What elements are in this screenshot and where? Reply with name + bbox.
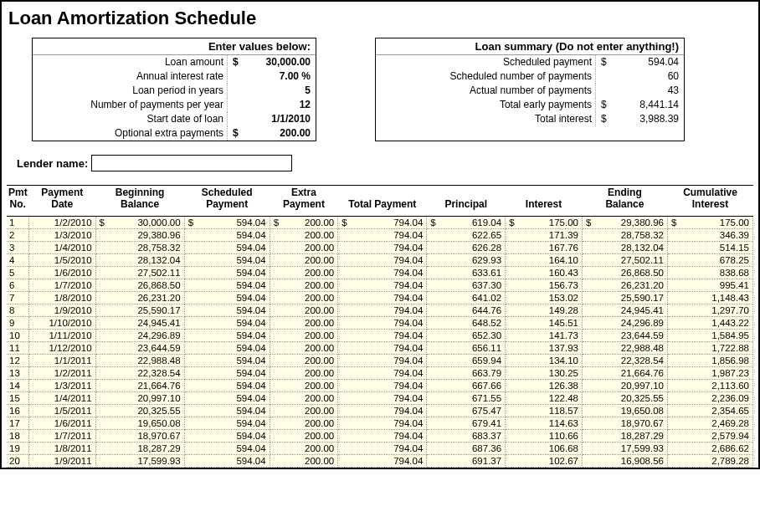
- summary-label: Scheduled payment: [376, 55, 596, 69]
- cell-bbal: 26,868.50: [95, 279, 184, 291]
- cell-sch: 594.04: [184, 329, 270, 341]
- cell-sch: 594.04: [184, 341, 270, 354]
- currency-symbol: $: [601, 55, 607, 69]
- currency-symbol: $: [274, 217, 279, 228]
- input-value[interactable]: $30,000.00: [228, 55, 316, 69]
- input-value-text: 7.00 %: [280, 70, 311, 82]
- cell-total: 794.04: [338, 454, 427, 467]
- input-value[interactable]: 12: [228, 98, 316, 112]
- currency-symbol: $: [586, 217, 591, 228]
- table-row: 71/8/201026,231.20594.04200.00794.04641.…: [7, 291, 753, 304]
- table-row: 151/4/201120,997.10594.04200.00794.04671…: [7, 391, 753, 404]
- page-title: Loan Amortization Schedule: [8, 8, 753, 29]
- cell-cum: 2,686.62: [667, 442, 752, 454]
- cell-no: 10: [7, 329, 29, 341]
- cell-total: 794.04: [338, 354, 427, 366]
- summary-row: Scheduled number of payments60: [376, 69, 684, 84]
- table-row: 121/1/201122,988.48594.04200.00794.04659…: [7, 354, 753, 366]
- cell-int: 122.48: [506, 391, 583, 404]
- cell-int: 145.51: [506, 316, 583, 329]
- input-value-text: 200.00: [280, 127, 311, 139]
- cell-cum: 1,297.70: [667, 304, 752, 316]
- cell-int: 156.73: [506, 279, 583, 291]
- currency-symbol: $: [341, 217, 347, 228]
- loan-summary-box: Loan summary (Do not enter anything!) Sc…: [375, 38, 685, 141]
- input-value[interactable]: 1/1/2010: [228, 112, 316, 126]
- cell-int: 126.38: [506, 379, 583, 391]
- cell-prin: 671.55: [427, 391, 506, 404]
- cell-extra: 200.00: [270, 442, 338, 454]
- cell-extra: 200.00: [270, 228, 338, 241]
- cell-int: 167.76: [506, 241, 583, 253]
- cell-ebal: 19,650.08: [582, 404, 667, 417]
- cell-prin: 679.41: [427, 417, 506, 429]
- cell-prin: 663.79: [427, 366, 506, 379]
- cell-no: 3: [7, 241, 29, 253]
- cell-sch: 594.04: [184, 404, 270, 417]
- table-header-row: PmtNo.PaymentDateBeginningBalanceSchedul…: [7, 186, 753, 217]
- cell-prin: 633.61: [427, 266, 506, 279]
- column-header: EndingBalance: [582, 186, 667, 217]
- cell-cum: 995.41: [667, 279, 752, 291]
- cell-no: 14: [7, 379, 29, 391]
- cell-bbal: 20,325.55: [95, 404, 184, 417]
- summary-label: Actual number of payments: [376, 84, 596, 98]
- input-values-header: Enter values below:: [33, 38, 316, 55]
- cell-ebal: $29,380.96: [582, 216, 667, 228]
- cell-no: 11: [7, 341, 29, 354]
- summary-label: Total interest: [376, 112, 596, 126]
- column-header: ExtraPayment: [270, 186, 338, 217]
- cell-sch: 594.04: [184, 316, 270, 329]
- currency-symbol: $: [430, 217, 435, 228]
- cell-int: 137.93: [506, 341, 583, 354]
- table-row: 41/5/201028,132.04594.04200.00794.04629.…: [7, 253, 753, 266]
- cell-extra: 200.00: [270, 279, 338, 291]
- cell-extra: 200.00: [270, 341, 338, 354]
- cell-cum: 2,354.65: [667, 404, 752, 417]
- cell-no: 20: [7, 454, 29, 467]
- input-value[interactable]: 5: [228, 84, 316, 98]
- summary-value-text: 60: [668, 70, 679, 82]
- cell-extra: 200.00: [270, 379, 338, 391]
- cell-bbal: 22,988.48: [95, 354, 184, 366]
- cell-bbal: 18,970.67: [95, 429, 184, 442]
- cell-ebal: 26,868.50: [582, 266, 667, 279]
- table-row: 101/11/201024,296.89594.04200.00794.0465…: [7, 329, 753, 341]
- cell-prin: 691.37: [427, 454, 506, 467]
- cell-ebal: 24,945.41: [582, 304, 667, 316]
- cell-total: 794.04: [338, 253, 427, 266]
- cell-sch: 594.04: [184, 253, 270, 266]
- cell-total: 794.04: [338, 341, 427, 354]
- cell-int: 114.63: [506, 417, 583, 429]
- column-header: Principal: [427, 186, 506, 217]
- input-value[interactable]: 7.00 %: [228, 69, 316, 84]
- page-container: Loan Amortization Schedule Enter values …: [0, 0, 760, 469]
- summary-value: $594.04: [596, 55, 684, 69]
- cell-extra: 200.00: [270, 454, 338, 467]
- cell-prin: 659.94: [427, 354, 506, 366]
- cell-bbal: 18,287.29: [95, 442, 184, 454]
- amortization-table: PmtNo.PaymentDateBeginningBalanceSchedul…: [7, 185, 753, 468]
- cell-bbal: 21,664.76: [95, 379, 184, 391]
- input-value[interactable]: $200.00: [228, 126, 316, 141]
- cell-ebal: 18,970.67: [582, 417, 667, 429]
- cell-bbal: 26,231.20: [95, 291, 184, 304]
- cell-int: 171.39: [506, 228, 583, 241]
- table-row: 181/7/201118,970.67594.04200.00794.04683…: [7, 429, 753, 442]
- cell-cum: 514.15: [667, 241, 752, 253]
- table-row: 111/12/201023,644.59594.04200.00794.0465…: [7, 341, 753, 354]
- cell-cum: $175.00: [667, 216, 752, 228]
- cell-ebal: 20,997.10: [582, 379, 667, 391]
- summary-row: Total early payments$8,441.14: [376, 98, 684, 112]
- cell-total: 794.04: [338, 442, 427, 454]
- summary-row: Total interest$3,988.39: [376, 112, 684, 126]
- input-label: Annual interest rate: [33, 69, 228, 84]
- cell-total: 794.04: [338, 391, 427, 404]
- cell-date: 1/3/2010: [29, 228, 96, 241]
- cell-cum: 678.25: [667, 253, 752, 266]
- lender-name-input[interactable]: [91, 155, 292, 171]
- cell-total: 794.04: [338, 417, 427, 429]
- cell-bbal: 28,758.32: [95, 241, 184, 253]
- cell-total: 794.04: [338, 228, 427, 241]
- cell-ebal: 21,664.76: [582, 366, 667, 379]
